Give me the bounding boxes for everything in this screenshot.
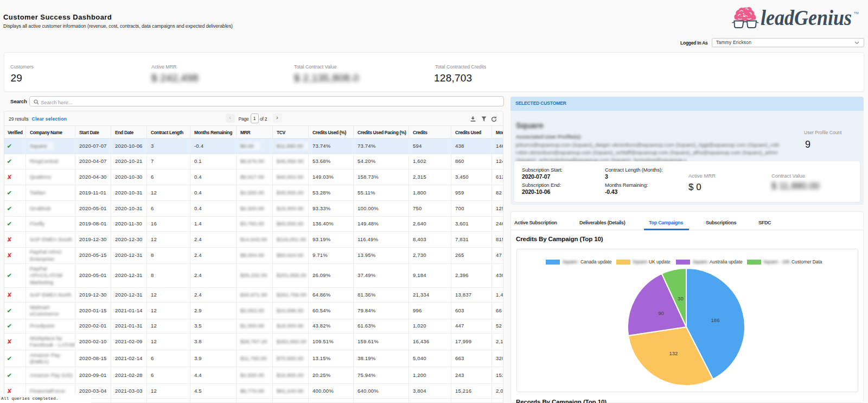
svg-text:30: 30 [678,295,684,301]
svg-text:132: 132 [669,350,678,356]
svg-text:TM: TM [854,11,859,15]
svg-text:186: 186 [711,317,720,323]
svg-text:leadGenius: leadGenius [761,5,852,30]
svg-text:90: 90 [658,310,664,316]
